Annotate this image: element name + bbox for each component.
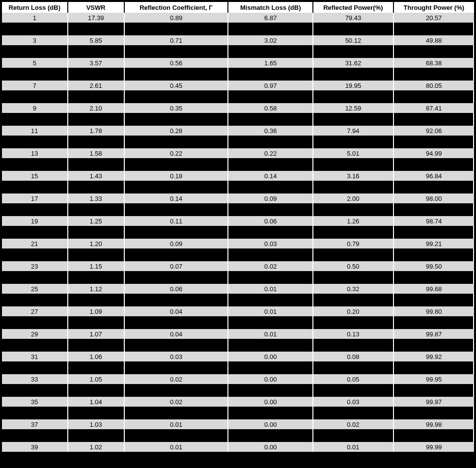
table-cell: 0.07: [125, 261, 228, 271]
table-cell: 0.00: [228, 352, 313, 361]
gap-cell: [68, 271, 125, 284]
table-cell: 7: [2, 81, 68, 90]
gap-cell: [125, 248, 228, 261]
table-row: 231.150.070.020.5099.50: [2, 261, 474, 271]
gap-cell: [68, 407, 125, 419]
table-cell: 0.04: [125, 329, 228, 339]
table-cell: 27: [2, 306, 68, 316]
table-row: 291.070.040.010.1399.87: [2, 329, 474, 339]
gap-cell: [228, 316, 313, 329]
table-cell: 25: [2, 284, 68, 294]
table-cell: 99.50: [394, 261, 474, 271]
gap-cell: [125, 90, 228, 103]
table-cell: 1.04: [68, 397, 125, 407]
table-cell: 0.71: [125, 35, 228, 45]
gap-cell: [2, 181, 68, 193]
table-cell: 0.01: [228, 306, 313, 316]
table-row: 92.100.350.5812.5987.41: [2, 103, 474, 113]
table-cell: 0.02: [228, 261, 313, 271]
table-cell: 2.00: [313, 193, 393, 203]
table-cell: 1.78: [68, 126, 125, 136]
table-cell: 0.01: [228, 284, 313, 294]
gap-cell: [68, 90, 125, 103]
gap-cell: [394, 271, 474, 284]
gap-cell: [228, 429, 313, 442]
gap-cell: [68, 136, 125, 148]
table-row: 117.390.896.8779.4320.57: [2, 13, 474, 23]
gap-cell: [68, 429, 125, 442]
table-cell: 98.00: [394, 193, 474, 203]
table-cell: 0.35: [125, 103, 228, 113]
table-cell: 99.92: [394, 352, 474, 361]
gap-cell: [125, 361, 228, 374]
gap-cell: [228, 339, 313, 352]
gap-cell: [313, 68, 393, 81]
gap-row: [2, 407, 474, 419]
table-cell: 0.04: [125, 306, 228, 316]
table-cell: 20.57: [394, 13, 474, 23]
gap-cell: [125, 45, 228, 58]
gap-cell: [228, 23, 313, 35]
gap-cell: [68, 45, 125, 58]
gap-cell: [2, 294, 68, 306]
gap-cell: [228, 90, 313, 103]
gap-row: [2, 203, 474, 216]
table-cell: 0.89: [125, 13, 228, 23]
table-row: 131.580.220.225.0194.99: [2, 148, 474, 158]
gap-cell: [125, 384, 228, 397]
table-cell: 33: [2, 374, 68, 384]
table-cell: 1.07: [68, 329, 125, 339]
gap-cell: [394, 68, 474, 81]
table-cell: 9: [2, 103, 68, 113]
gap-cell: [394, 316, 474, 329]
gap-cell: [2, 407, 68, 419]
table-cell: 0.50: [313, 261, 393, 271]
gap-cell: [68, 181, 125, 193]
gap-row: [2, 361, 474, 374]
gap-cell: [228, 158, 313, 171]
col-header-mismatch-loss: Mismatch Loss (dB): [228, 2, 313, 13]
table-cell: 12.59: [313, 103, 393, 113]
gap-cell: [313, 158, 393, 171]
table-cell: 0.14: [125, 193, 228, 203]
table-cell: 0.05: [313, 374, 393, 384]
table-cell: 6.87: [228, 13, 313, 23]
table-cell: 5: [2, 58, 68, 68]
gap-cell: [2, 226, 68, 239]
table-cell: 99.99: [394, 442, 474, 452]
gap-row: [2, 23, 474, 35]
gap-cell: [394, 23, 474, 35]
table-cell: 3.16: [313, 171, 393, 181]
table-row: 331.050.020.000.0599.95: [2, 374, 474, 384]
table-cell: 0.14: [228, 171, 313, 181]
table-row: 311.060.030.000.0899.92: [2, 352, 474, 361]
table-cell: 0.13: [313, 329, 393, 339]
gap-cell: [125, 316, 228, 329]
table-cell: 94.99: [394, 148, 474, 158]
table-cell: 99.68: [394, 284, 474, 294]
table-cell: 31: [2, 352, 68, 361]
gap-cell: [394, 294, 474, 306]
gap-cell: [68, 316, 125, 329]
gap-cell: [2, 113, 68, 126]
gap-cell: [2, 339, 68, 352]
table-cell: 0.02: [125, 397, 228, 407]
gap-cell: [125, 136, 228, 148]
gap-cell: [394, 203, 474, 216]
table-cell: 2.61: [68, 81, 125, 90]
gap-cell: [125, 294, 228, 306]
gap-cell: [228, 407, 313, 419]
table-cell: 0.00: [228, 374, 313, 384]
gap-cell: [2, 316, 68, 329]
table-cell: 23: [2, 261, 68, 271]
gap-cell: [2, 429, 68, 442]
table-cell: 0.03: [125, 352, 228, 361]
table-cell: 2.10: [68, 103, 125, 113]
gap-cell: [394, 158, 474, 171]
table-cell: 0.18: [125, 171, 228, 181]
table-cell: 0.03: [313, 397, 393, 407]
table-cell: 17: [2, 193, 68, 203]
table-row: 371.030.010.000.0299.98: [2, 419, 474, 429]
gap-cell: [228, 248, 313, 261]
gap-cell: [68, 68, 125, 81]
